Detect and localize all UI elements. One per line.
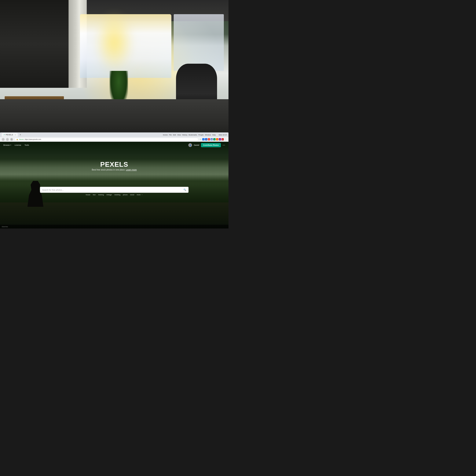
suggestion-blur[interactable]: blur bbox=[93, 194, 96, 196]
browser-window: P PEXELS × + hrome File Edit View Histor… bbox=[0, 133, 228, 228]
office-background bbox=[0, 0, 228, 142]
tab-close-icon[interactable]: × bbox=[15, 134, 16, 136]
tools-link[interactable]: Tools bbox=[25, 144, 29, 146]
forward-button[interactable]: › bbox=[6, 138, 9, 141]
menu-view[interactable]: View bbox=[177, 134, 181, 136]
back-button[interactable]: ‹ bbox=[2, 138, 5, 141]
refresh-button[interactable]: ↻ bbox=[10, 138, 13, 141]
ext-shield[interactable]: 🛡 bbox=[202, 138, 204, 140]
address-bar: ‹ › ↻ 🔒 Secure https://www.pexels.com ☆ … bbox=[0, 137, 228, 142]
secure-icon: 🔒 bbox=[16, 138, 18, 140]
more-extensions[interactable]: ⋮ bbox=[225, 138, 227, 140]
suggestion-vintage[interactable]: vintage bbox=[106, 194, 112, 196]
pexels-title: PEXELS bbox=[0, 161, 228, 168]
user-avatar[interactable]: 👤 bbox=[188, 143, 192, 147]
url-text: https://www.pexels.com bbox=[25, 138, 41, 140]
suggestion-more[interactable]: more → bbox=[137, 194, 143, 196]
browse-link[interactable]: Browse ▾ bbox=[3, 144, 11, 146]
tools-label: Tools bbox=[25, 144, 29, 146]
menu-bookmarks[interactable]: Bookmarks bbox=[189, 134, 197, 136]
active-tab[interactable]: P PEXELS × bbox=[2, 133, 18, 137]
search-container: Search for free photos... 🔍 house blur t… bbox=[40, 187, 188, 196]
subtitle-text: Best free stock photos in one place. bbox=[92, 169, 125, 171]
screen: P PEXELS × + hrome File Edit View Histor… bbox=[0, 133, 228, 228]
search-placeholder: Search for free photos... bbox=[42, 189, 182, 191]
hero-text: PEXELS Best free stock photos in one pla… bbox=[0, 161, 228, 171]
suggestion-meeting[interactable]: meeting bbox=[114, 194, 120, 196]
ext-calendar[interactable]: 📅 bbox=[210, 138, 213, 140]
suggestion-phone[interactable]: phone bbox=[123, 194, 128, 196]
suggestion-training[interactable]: training bbox=[98, 194, 104, 196]
address-actions: ☆ 🛡 📦 G 📅 ● ● M ● ⋮ bbox=[200, 138, 227, 140]
address-input[interactable]: 🔒 Secure https://www.pexels.com bbox=[14, 138, 198, 141]
window-glow bbox=[91, 7, 137, 78]
search-suggestions: house blur training vintage meeting phon… bbox=[40, 194, 188, 196]
tab-title: PEXELS bbox=[6, 134, 13, 136]
more-options-button[interactable]: ⋯ bbox=[222, 144, 225, 147]
system-bar: hrome File Edit View History Bookmarks P… bbox=[163, 134, 227, 136]
tab-favicon: P bbox=[4, 134, 5, 136]
menu-chrome[interactable]: hrome bbox=[163, 134, 168, 136]
suggestion-wood[interactable]: wood bbox=[130, 194, 134, 196]
ext-green[interactable]: ● bbox=[213, 138, 216, 140]
browse-chevron: ▾ bbox=[10, 144, 11, 146]
menu-window[interactable]: Window bbox=[205, 134, 211, 136]
user-name[interactable]: Daniel bbox=[194, 144, 199, 146]
learn-more-link[interactable]: Learn more bbox=[126, 169, 137, 171]
menu-edit[interactable]: Edit bbox=[173, 134, 176, 136]
ext-dropbox[interactable]: 📦 bbox=[205, 138, 207, 140]
license-link[interactable]: License bbox=[15, 144, 21, 146]
contribute-photos-button[interactable]: Contribute Photos bbox=[201, 143, 221, 147]
ext-google[interactable]: G bbox=[208, 138, 210, 140]
taskbar: Searches bbox=[0, 225, 228, 228]
pexels-hero: Browse ▾ License Tools 👤 Daniel bbox=[0, 142, 228, 228]
new-tab-button[interactable]: + bbox=[19, 133, 21, 136]
menu-history[interactable]: History bbox=[182, 134, 187, 136]
ext-orange[interactable]: ● bbox=[216, 138, 218, 140]
taskbar-label: Searches bbox=[2, 226, 8, 227]
suggestion-house[interactable]: house bbox=[86, 194, 90, 196]
tab-bar: P PEXELS × + hrome File Edit View Histor… bbox=[0, 133, 228, 137]
menu-help[interactable]: Help bbox=[212, 134, 216, 136]
left-wall bbox=[0, 0, 68, 88]
menu-file[interactable]: File bbox=[169, 134, 172, 136]
ext-purple[interactable]: M bbox=[219, 138, 221, 140]
bookmark-icon[interactable]: ☆ bbox=[200, 138, 201, 140]
menu-people[interactable]: People bbox=[198, 134, 204, 136]
search-icon[interactable]: 🔍 bbox=[183, 188, 186, 191]
extension-icons: 🛡 📦 G 📅 ● ● M ● bbox=[202, 138, 224, 140]
license-label: License bbox=[15, 144, 21, 146]
search-bar[interactable]: Search for free photos... 🔍 bbox=[40, 187, 188, 193]
website-content: Browse ▾ License Tools 👤 Daniel bbox=[0, 142, 228, 228]
right-windows bbox=[174, 14, 224, 71]
browse-label: Browse bbox=[3, 144, 10, 146]
ext-red[interactable]: ● bbox=[221, 138, 224, 140]
system-time: Wed 16:15 bbox=[219, 134, 227, 136]
secure-label: Secure bbox=[19, 138, 24, 140]
pexels-navbar: Browse ▾ License Tools 👤 Daniel bbox=[0, 142, 228, 149]
pexels-subtitle: Best free stock photos in one place. Lea… bbox=[0, 169, 228, 171]
